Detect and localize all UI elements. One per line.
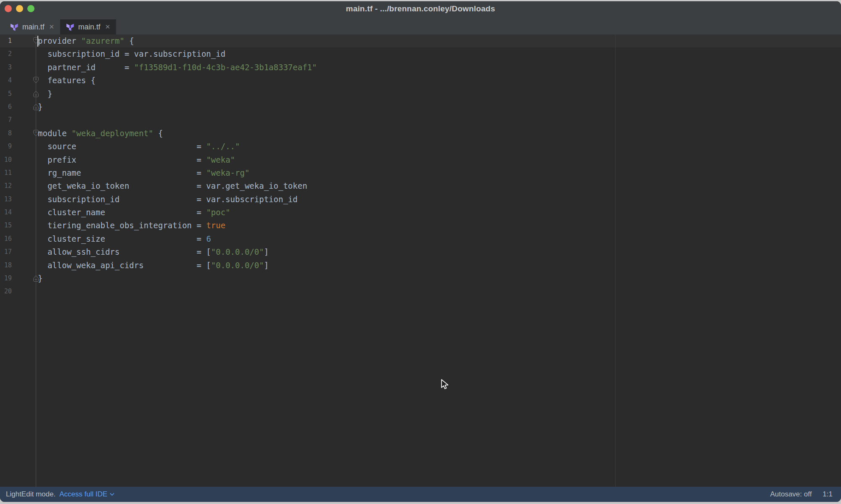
line-number: 1: [0, 34, 12, 47]
code-line-6[interactable]: 6}: [0, 100, 841, 113]
code-line-16[interactable]: 16 cluster_size = 6: [0, 232, 841, 245]
title-bar: main.tf - .../brennan.conley/Downloads: [0, 1, 841, 16]
code-text: get_weka_io_token = var.get_weka_io_toke…: [38, 179, 307, 193]
line-number: 8: [0, 127, 12, 140]
code-text: partner_id = "f13589d1-f10d-4c3b-ae42-3b…: [38, 61, 317, 74]
code-line-15[interactable]: 15 tiering_enable_obs_integration = true: [0, 219, 841, 232]
code-text: }: [38, 87, 52, 100]
code-line-1[interactable]: 1provider "azurerm" {: [0, 34, 841, 47]
line-number: 16: [0, 232, 12, 245]
code-line-11[interactable]: 11 rg_name = "weka-rg": [0, 166, 841, 179]
terraform-icon: [66, 23, 74, 32]
code-line-18[interactable]: 18 allow_weka_api_cidrs = ["0.0.0.0/0"]: [0, 259, 841, 272]
code-text: cluster_size = 6: [38, 232, 211, 245]
line-number: 12: [0, 179, 12, 193]
editor-tab-bar: main.tf ✕ main.tf ✕: [0, 16, 841, 34]
line-number: 2: [0, 47, 12, 61]
autosave-status[interactable]: Autosave: off: [770, 490, 812, 499]
code-line-5[interactable]: 5 }: [0, 87, 841, 100]
line-number: 17: [0, 245, 12, 259]
lightedit-mode-label: LightEdit mode.: [6, 490, 56, 499]
text-caret: [37, 36, 38, 47]
window-title: main.tf - .../brennan.conley/Downloads: [0, 4, 841, 13]
line-number: 6: [0, 100, 12, 113]
code-line-2[interactable]: 2 subscription_id = var.subscription_id: [0, 47, 841, 61]
code-line-10[interactable]: 10 prefix = "weka": [0, 153, 841, 166]
code-line-19[interactable]: 19}: [0, 272, 841, 285]
code-text: allow_weka_api_cidrs = ["0.0.0.0/0"]: [38, 259, 269, 272]
line-number: 15: [0, 219, 12, 232]
tab-close-icon[interactable]: ✕: [49, 23, 55, 31]
line-number: 19: [0, 272, 12, 285]
code-line-4[interactable]: 4 features {: [0, 74, 841, 87]
code-text: }: [38, 272, 42, 285]
line-number: 3: [0, 61, 12, 74]
tab-label: main.tf: [22, 23, 45, 32]
terraform-icon: [10, 23, 19, 32]
code-text: provider "azurerm" {: [38, 34, 134, 47]
tab-label: main.tf: [78, 23, 100, 32]
right-margin-guide: [615, 34, 616, 487]
line-number: 7: [0, 113, 12, 127]
code-text: cluster_name = "poc": [38, 206, 230, 219]
code-line-12[interactable]: 12 get_weka_io_token = var.get_weka_io_t…: [0, 179, 841, 193]
line-number: 18: [0, 259, 12, 272]
code-line-14[interactable]: 14 cluster_name = "poc": [0, 206, 841, 219]
code-text: subscription_id = var.subscription_id: [38, 193, 298, 206]
line-number: 9: [0, 140, 12, 153]
tab-main-tf-2[interactable]: main.tf ✕: [60, 19, 116, 34]
line-number: 4: [0, 74, 12, 87]
caret-position-widget[interactable]: 1:1: [822, 490, 833, 499]
code-text: tiering_enable_obs_integration = true: [38, 219, 225, 232]
status-bar: LightEdit mode. Access full IDE Autosave…: [0, 487, 841, 502]
line-number: 13: [0, 193, 12, 206]
code-editor[interactable]: 1provider "azurerm" {2 subscription_id =…: [0, 34, 841, 487]
code-line-13[interactable]: 13 subscription_id = var.subscription_id: [0, 193, 841, 206]
line-number: 14: [0, 206, 12, 219]
code-text: source = "../..": [38, 140, 240, 153]
code-lines-container: 1provider "azurerm" {2 subscription_id =…: [0, 34, 841, 487]
code-text: rg_name = "weka-rg": [38, 166, 249, 179]
chevron-down-icon: [110, 493, 114, 496]
code-line-17[interactable]: 17 allow_ssh_cidrs = ["0.0.0.0/0"]: [0, 245, 841, 259]
code-text: module "weka_deployment" {: [38, 127, 163, 140]
code-line-3[interactable]: 3 partner_id = "f13589d1-f10d-4c3b-ae42-…: [0, 61, 841, 74]
code-line-7[interactable]: 7: [0, 113, 841, 127]
code-text: prefix = "weka": [38, 153, 235, 166]
code-text: features {: [38, 74, 95, 87]
line-number: 20: [0, 285, 12, 298]
gutter-separator-line: [36, 34, 36, 487]
access-full-ide-label: Access full IDE: [59, 490, 107, 499]
line-number: 5: [0, 87, 12, 100]
tab-close-icon[interactable]: ✕: [105, 23, 111, 31]
line-number: 11: [0, 166, 12, 179]
code-text: allow_ssh_cidrs = ["0.0.0.0/0"]: [38, 245, 269, 259]
code-line-20[interactable]: 20: [0, 285, 841, 298]
code-line-8[interactable]: 8module "weka_deployment" {: [0, 127, 841, 140]
code-text: subscription_id = var.subscription_id: [38, 47, 225, 61]
code-line-9[interactable]: 9 source = "../..": [0, 140, 841, 153]
access-full-ide-link[interactable]: Access full IDE: [59, 490, 114, 499]
tab-main-tf-1[interactable]: main.tf ✕: [4, 19, 60, 34]
code-text: }: [38, 100, 42, 113]
ide-window: main.tf - .../brennan.conley/Downloads m…: [0, 1, 841, 502]
line-number: 10: [0, 153, 12, 166]
